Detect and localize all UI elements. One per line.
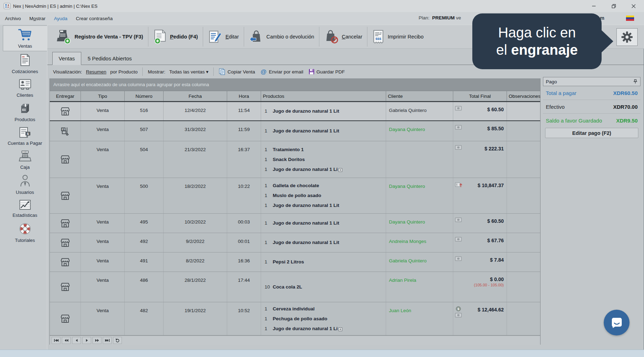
cash-icon bbox=[455, 125, 462, 130]
saldo-label: Saldo a favor Guardado bbox=[546, 118, 602, 124]
cell-observaciones bbox=[507, 233, 540, 252]
restore-button[interactable] bbox=[604, 0, 624, 12]
cell-entregar: $ bbox=[50, 121, 81, 141]
client-name: Dayana Quintero bbox=[389, 219, 425, 225]
cell-productos: 1Jugo de durazno natural 1 Lit bbox=[261, 102, 386, 120]
cell-tipo: Venta bbox=[81, 233, 125, 252]
column-header-entregar[interactable]: Entregar bbox=[50, 91, 81, 101]
cell-cliente: Juan León bbox=[386, 302, 453, 335]
product-name: Galleta de chocolate bbox=[273, 182, 319, 189]
cancel-button[interactable]: Cancelar bbox=[319, 27, 367, 47]
cell-observaciones bbox=[507, 272, 540, 302]
editar-pago-button[interactable]: Editar pago (F2) bbox=[545, 128, 638, 138]
exchange-button[interactable]: Cambio o devolución bbox=[244, 27, 319, 47]
tooltip-line1: Haga clic en bbox=[498, 24, 576, 41]
pago-row-efectivo: Efectivo XDR70.00 bbox=[543, 100, 640, 114]
column-header-hora[interactable]: Hora bbox=[227, 91, 261, 101]
product-qty: 1 bbox=[265, 220, 270, 227]
sale-row-482[interactable]: Venta48219/1/202210:521Cerveza individua… bbox=[50, 302, 540, 335]
cell-productos: 1Jugo de durazno natural 1 Lit bbox=[261, 121, 386, 141]
client-name: Juan León bbox=[389, 308, 411, 313]
cash-icon bbox=[455, 237, 462, 242]
fast-prev-page-button[interactable] bbox=[62, 337, 71, 344]
product-qty: 1 bbox=[265, 239, 270, 246]
close-button[interactable] bbox=[624, 0, 643, 12]
cell-numero: 492 bbox=[125, 233, 164, 252]
cell-cliente: Gabriela Quintero bbox=[386, 102, 453, 120]
column-header-numero[interactable]: Número bbox=[125, 91, 164, 101]
product-name: Jugo de durazno natural 1 Lit bbox=[273, 127, 339, 135]
send-email-button[interactable]: @Enviar por email bbox=[260, 68, 303, 75]
sale-row-500[interactable]: Venta50018/2/202210:221Galleta de chocol… bbox=[50, 178, 540, 214]
sale-row-495[interactable]: Venta49510/2/202200:031Jugo de durazno n… bbox=[50, 214, 540, 233]
print-receipt-button[interactable]: $$$Imprimir Recibo bbox=[367, 27, 429, 47]
chat-launcher-button[interactable] bbox=[604, 310, 630, 335]
menu-archivo[interactable]: Archivo bbox=[5, 16, 21, 21]
sale-row-492[interactable]: Venta4929/2/202200:011Jugo de durazno na… bbox=[50, 233, 540, 252]
cell-total-final: $ 67.76 bbox=[453, 233, 507, 252]
product-line: 1Jugo de durazno natural 1 Lit bbox=[265, 108, 384, 115]
cell-entregar bbox=[50, 233, 81, 252]
view-por-producto-link[interactable]: por Producto bbox=[110, 69, 137, 75]
cash-icon bbox=[455, 218, 462, 222]
column-header-total-final[interactable]: Total Final bbox=[453, 91, 507, 101]
pago-panel: Pago Total a pagar XDR60.50 Efectivo XDR… bbox=[543, 77, 640, 138]
cell-productos: 1Galleta de chocolate1Muslo de pollo asa… bbox=[261, 178, 386, 213]
product-name: Jugo de durazno natural 1 Lit bbox=[273, 239, 339, 246]
settings-gear-button[interactable] bbox=[616, 28, 638, 46]
copy-sale-button[interactable]: Copiar Venta bbox=[219, 68, 255, 75]
minimize-button[interactable] bbox=[584, 0, 604, 12]
plan-prefix: Plan: bbox=[419, 15, 430, 20]
column-header-tipo[interactable]: Tipo bbox=[81, 91, 125, 101]
venezuela-flag-icon bbox=[626, 16, 634, 21]
sale-row-486[interactable]: Venta48628/1/202217:4410Coca cola 2LAdri… bbox=[50, 272, 540, 302]
filter-actions: Copiar Venta@Enviar por emailGuardar PDF bbox=[219, 68, 345, 75]
tab-ventas[interactable]: Ventas bbox=[52, 52, 81, 65]
cell-hora: 17:44 bbox=[227, 272, 261, 302]
prev-page-button[interactable] bbox=[72, 337, 81, 344]
order-button[interactable]: Pedido (F4) bbox=[148, 27, 203, 47]
view-resumen-link[interactable]: Resumen bbox=[86, 69, 106, 75]
column-header-cliente[interactable]: Cliente bbox=[386, 91, 453, 101]
sidebar-item-cuentas-a-pagar[interactable]: $Cuentas a Pagar bbox=[3, 124, 47, 148]
sale-row-507[interactable]: $Venta50731/3/202211:591Jugo de durazno … bbox=[50, 121, 540, 141]
refresh-page-button[interactable] bbox=[113, 337, 122, 344]
cell-observaciones bbox=[507, 121, 540, 141]
menu-crear-contrasena[interactable]: Crear contraseña bbox=[76, 16, 113, 21]
pin-icon[interactable] bbox=[633, 79, 638, 84]
sidebar-item-ventas[interactable]: Ventas bbox=[3, 25, 47, 51]
column-header-fecha[interactable]: Fecha bbox=[164, 91, 227, 101]
store-icon bbox=[60, 155, 70, 164]
sidebar-item-estadisticas[interactable]: Estadísticas bbox=[3, 197, 47, 220]
register-sale-button[interactable]: Registro de Venta - TPV (F3) bbox=[51, 27, 148, 47]
sidebar-item-tutoriales[interactable]: Tutoriales bbox=[3, 220, 47, 245]
sidebar-item-productos[interactable]: Productos bbox=[3, 100, 47, 124]
sidebar-item-usuarios[interactable]: Usuarios bbox=[3, 172, 47, 197]
sale-row-516[interactable]: Venta51612/4/202211:541Jugo de durazno n… bbox=[50, 101, 540, 121]
show-dropdown[interactable]: Todas las ventas ▾ bbox=[169, 69, 208, 75]
tab-pedidos-abiertos[interactable]: 5 Pedidos Abiertos bbox=[82, 52, 138, 65]
fast-next-page-button[interactable] bbox=[93, 337, 101, 344]
last-page-button[interactable] bbox=[103, 337, 112, 344]
titlebar: Nex | NexAdmin | ES | admin | C:\Nex ES bbox=[0, 0, 644, 12]
sidebar-item-cotizaciones[interactable]: Cotizaciones bbox=[3, 51, 47, 76]
group-by-bar[interactable]: Arrastre aquí el encabezado de una colum… bbox=[50, 78, 540, 91]
sidebar-item-label: Cotizaciones bbox=[4, 69, 46, 74]
cash-register-plus-icon bbox=[56, 29, 71, 44]
column-header-observaciones[interactable]: Observaciones bbox=[507, 91, 540, 101]
first-page-button[interactable] bbox=[52, 337, 60, 344]
coachmark-tooltip: Haga clic en el engranaje bbox=[472, 13, 602, 69]
menu-mostrar[interactable]: Mostrar bbox=[29, 16, 46, 21]
menu-ayuda[interactable]: Ayuda bbox=[54, 16, 67, 21]
cell-total-final: $ 10,847.37 bbox=[453, 178, 507, 213]
edit-button[interactable]: Editar bbox=[203, 27, 244, 47]
sidebar-item-clientes[interactable]: Clientes bbox=[3, 76, 47, 100]
client-name: Gabriela Quintero bbox=[389, 258, 427, 263]
sale-row-504[interactable]: Venta50421/3/202216:371Tratamiento 11Sna… bbox=[50, 141, 540, 178]
next-page-button[interactable] bbox=[82, 337, 91, 344]
sale-row-491[interactable]: Venta4918/2/202216:361Pepsi 2 LitrosGabr… bbox=[50, 252, 540, 272]
column-header-productos[interactable]: Productos bbox=[261, 91, 386, 101]
save-pdf-button[interactable]: Guardar PDF bbox=[308, 69, 345, 75]
sidebar-item-caja[interactable]: 0.00Caja bbox=[3, 148, 47, 172]
cell-entregar bbox=[50, 302, 81, 335]
